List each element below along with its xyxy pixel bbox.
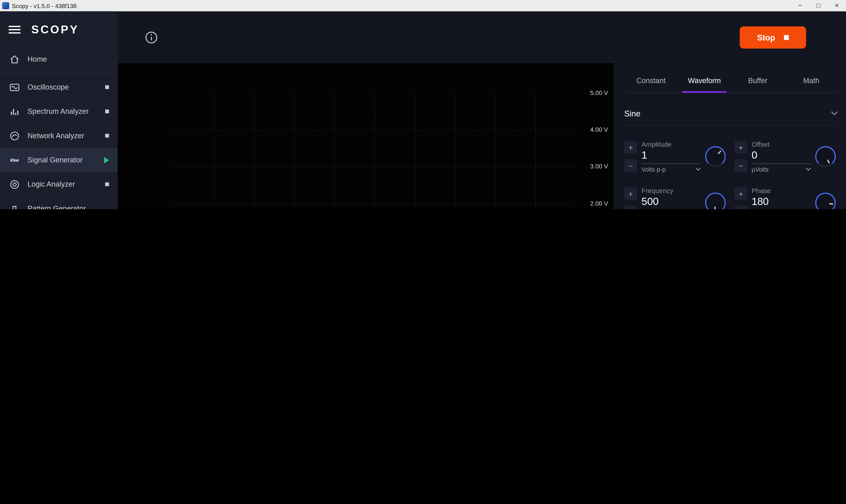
tab-buffer[interactable]: Buffer: [731, 76, 785, 92]
amplitude-value-field[interactable]: 1: [642, 148, 701, 164]
stop-button[interactable]: Stop: [740, 26, 806, 48]
sidebar-item-signal-generator[interactable]: Signal Generator: [0, 148, 118, 172]
window-title: Scopy - v1.5.0 - 438f138: [12, 2, 791, 9]
sidebar-item-home[interactable]: Home: [0, 47, 118, 71]
stop-label: Stop: [757, 33, 775, 42]
info-button[interactable]: [145, 31, 158, 44]
sidebar-item-oscilloscope[interactable]: Oscilloscope: [0, 75, 118, 99]
offset-unit: µVolts: [752, 166, 769, 173]
maximize-button[interactable]: □: [809, 0, 828, 12]
phase-label: Phase: [752, 187, 811, 195]
close-button[interactable]: ×: [828, 0, 846, 12]
frequency-value-field[interactable]: 500: [642, 194, 701, 209]
plot-grid-svg: [174, 93, 576, 209]
tab-constant[interactable]: Constant: [624, 76, 678, 92]
offset-label: Offset: [752, 141, 811, 148]
stopped-indicator: [105, 134, 109, 138]
amplitude-increment-button[interactable]: +: [624, 141, 637, 154]
stopped-indicator: [105, 85, 109, 89]
sidebar-item-spectrum-analyzer[interactable]: Spectrum Analyzer: [0, 99, 118, 123]
amplitude-label: Amplitude: [642, 141, 701, 148]
phase-increment-button[interactable]: +: [734, 187, 747, 200]
signal-generator-panel: Constant Waveform Buffer Math Sine: [613, 63, 846, 209]
logic-analyzer-icon: [9, 179, 21, 190]
offset-control: + − Offset 0 µVolts: [734, 133, 838, 180]
amplitude-unit-dropdown[interactable]: Volts p-p: [642, 164, 701, 173]
amplitude-knob[interactable]: [703, 144, 728, 169]
sidebar-item-label: Spectrum Analyzer: [28, 107, 98, 115]
amplitude-decrement-button[interactable]: −: [624, 159, 637, 172]
phase-knob[interactable]: [813, 191, 838, 209]
scopy-logo: SCOPY: [31, 23, 79, 36]
panel-tabs: Constant Waveform Buffer Math: [624, 76, 838, 93]
minimize-button[interactable]: −: [791, 0, 809, 12]
chevron-down-icon: [806, 167, 811, 171]
pattern-generator-icon: [9, 203, 21, 209]
sidebar-item-logic-analyzer[interactable]: Logic Analyzer: [0, 172, 118, 196]
topbar: Stop: [118, 12, 846, 63]
frequency-increment-button[interactable]: +: [624, 187, 637, 200]
running-indicator: [104, 157, 109, 163]
offset-unit-dropdown[interactable]: µVolts: [752, 164, 811, 173]
stopped-indicator: [105, 110, 109, 113]
frequency-control: + − Frequency 500 Hz: [624, 180, 728, 209]
offset-increment-button[interactable]: +: [734, 141, 747, 154]
home-icon: [9, 54, 21, 65]
offset-value-field[interactable]: 0: [752, 148, 811, 164]
waveform-plot: 5.00 V4.00 V3.00 V2.00 V1.00 V0.00 V-1.0…: [118, 63, 613, 209]
stop-square-icon: [784, 35, 789, 40]
sidebar-item-label: Signal Generator: [28, 156, 97, 164]
sidebar-item-pattern-generator[interactable]: Pattern Generator: [0, 196, 118, 209]
hamburger-menu-icon[interactable]: [9, 25, 21, 34]
phase-decrement-button[interactable]: −: [734, 205, 747, 209]
signal-type-dropdown[interactable]: Sine: [624, 102, 838, 126]
sidebar: SCOPY Home Oscilloscope Spec: [0, 12, 118, 209]
chevron-down-icon: [831, 111, 838, 115]
frequency-knob[interactable]: [703, 191, 728, 209]
offset-decrement-button[interactable]: −: [734, 159, 747, 172]
app-icon: [2, 2, 9, 9]
titlebar: Scopy - v1.5.0 - 438f138 − □ ×: [0, 0, 846, 12]
offset-knob[interactable]: [813, 144, 838, 169]
phase-value-field[interactable]: 180: [752, 194, 811, 209]
sidebar-item-label: Logic Analyzer: [28, 180, 98, 188]
spectrum-icon: [9, 106, 21, 117]
sidebar-item-label: Network Analyzer: [28, 132, 98, 140]
chevron-down-icon: [696, 167, 701, 171]
sidebar-item-label: Oscilloscope: [28, 83, 98, 91]
signal-type-value: Sine: [624, 109, 641, 118]
amplitude-unit: Volts p-p: [642, 166, 666, 173]
phase-control: + − Phase 180 deg: [734, 180, 838, 209]
frequency-label: Frequency: [642, 187, 701, 195]
oscilloscope-icon: [9, 82, 21, 92]
tab-waveform[interactable]: Waveform: [678, 76, 731, 92]
network-icon: [9, 130, 21, 141]
sidebar-item-label: Home: [28, 55, 109, 63]
sidebar-item-label: Pattern Generator: [28, 204, 109, 209]
signal-generator-icon: [9, 155, 21, 165]
scopy-window: Scopy - v1.5.0 - 438f138 − □ × SCOPY Hom…: [0, 0, 846, 209]
tab-math[interactable]: Math: [785, 76, 838, 92]
sidebar-item-network-analyzer[interactable]: Network Analyzer: [0, 124, 118, 148]
divider: [0, 73, 118, 73]
frequency-decrement-button[interactable]: −: [624, 205, 637, 209]
stopped-indicator: [105, 182, 109, 186]
amplitude-control: + − Amplitude 1 Volts p-p: [624, 133, 728, 180]
